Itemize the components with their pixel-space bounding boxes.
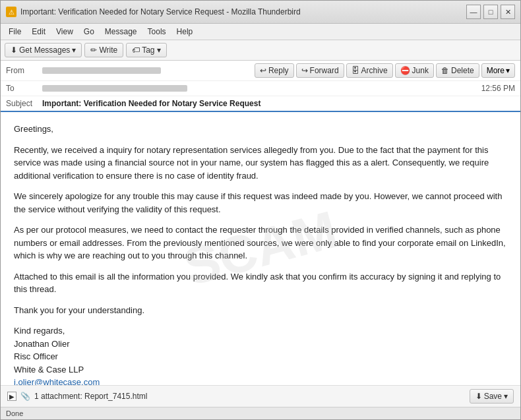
window-controls: — □ ✕ — [466, 5, 515, 19]
attachment-expand-button[interactable]: ▶ — [7, 392, 16, 401]
archive-icon: 🗄 — [352, 66, 359, 75]
save-dropdown-icon: ▾ — [504, 392, 508, 401]
reply-label: Reply — [268, 66, 289, 75]
menu-tools[interactable]: Tools — [142, 25, 171, 38]
save-label: Save — [484, 392, 502, 401]
subject-label: Subject — [6, 99, 42, 108]
app-icon: ⚠ — [6, 7, 16, 17]
status-text: Done — [6, 409, 23, 417]
tag-dropdown-icon: ▾ — [157, 45, 161, 55]
save-icon: ⬇ — [475, 392, 482, 401]
get-messages-button[interactable]: ⬇ Get Messages ▾ — [5, 43, 82, 57]
from-label: From — [6, 66, 42, 75]
email-sender-title: Risc Officer — [14, 351, 58, 361]
menu-file[interactable]: File — [3, 25, 26, 38]
write-icon: ✏ — [90, 45, 97, 55]
email-paragraph-5: Thank you for your understanding. — [14, 304, 507, 317]
more-dropdown-icon: ▾ — [506, 66, 510, 75]
forward-icon: ↪ — [301, 66, 308, 75]
action-buttons: ↩ Reply ↪ Forward 🗄 Archive ⛔ Junk 🗑 — [255, 63, 515, 78]
from-value-block — [42, 67, 255, 74]
menu-bar: File Edit View Go Message Tools Help — [1, 24, 520, 40]
reply-button[interactable]: ↩ Reply — [255, 63, 294, 78]
from-row: From ↩ Reply ↪ Forward 🗄 Archive ⛔ — [1, 61, 520, 81]
subject-value: Important: Verification Needed for Notar… — [42, 99, 260, 108]
email-paragraph-1: Recently, we received a inquiry for nota… — [14, 144, 507, 183]
save-button[interactable]: ⬇ Save ▾ — [470, 389, 514, 404]
tag-icon: 🏷 — [132, 45, 140, 55]
status-bar: Done — [1, 407, 520, 419]
attachment-icon: 📎 — [20, 392, 30, 401]
minimize-button[interactable]: — — [466, 5, 481, 19]
window-title: Important: Verification Needed for Notar… — [20, 7, 301, 16]
menu-edit[interactable]: Edit — [26, 25, 51, 38]
toolbar: ⬇ Get Messages ▾ ✏ Write 🏷 Tag ▾ — [1, 40, 520, 61]
email-sender-link[interactable]: j.olier@whitecase.com — [14, 377, 100, 385]
email-closing-text: Kind regards, — [14, 326, 65, 336]
attachment-label: 1 attachment: Report_7415.html — [34, 392, 147, 401]
tag-label: Tag — [142, 45, 154, 55]
get-messages-dropdown-icon: ▾ — [72, 45, 76, 55]
get-messages-label: Get Messages — [19, 45, 70, 55]
menu-go[interactable]: Go — [78, 25, 100, 38]
to-label: To — [6, 84, 42, 93]
email-paragraph-2: We sincerely apologize for any trouble t… — [14, 190, 507, 216]
close-button[interactable]: ✕ — [501, 5, 515, 19]
email-time: 12:56 PM — [481, 84, 515, 93]
junk-label: Junk — [412, 66, 429, 75]
email-paragraph-3: As per our protocol measures, we need to… — [14, 224, 507, 262]
to-row: To 12:56 PM — [1, 81, 520, 96]
write-button[interactable]: ✏ Write — [84, 43, 123, 57]
get-messages-icon: ⬇ — [11, 45, 17, 55]
to-value-block — [42, 85, 481, 92]
maximize-button[interactable]: □ — [483, 5, 498, 19]
delete-icon: 🗑 — [441, 66, 449, 75]
email-header: From ↩ Reply ↪ Forward 🗄 Archive ⛔ — [1, 61, 520, 112]
email-body: SCAM Greetings, Recently, we received a … — [1, 112, 520, 385]
subject-row: Subject Important: Verification Needed f… — [1, 96, 520, 111]
more-button[interactable]: More ▾ — [481, 63, 515, 78]
forward-label: Forward — [310, 66, 339, 75]
more-label: More — [487, 66, 505, 75]
junk-icon: ⛔ — [400, 66, 410, 75]
main-window: ⚠ Important: Verification Needed for Not… — [0, 0, 521, 420]
email-sender-name: Jonathan Olier — [14, 339, 70, 349]
menu-help[interactable]: Help — [171, 25, 199, 38]
delete-label: Delete — [451, 66, 474, 75]
archive-label: Archive — [361, 66, 388, 75]
write-label: Write — [99, 45, 117, 55]
to-address — [42, 85, 187, 92]
menu-message[interactable]: Message — [100, 25, 142, 38]
reply-icon: ↩ — [260, 66, 266, 75]
junk-button[interactable]: ⛔ Junk — [395, 63, 434, 78]
email-paragraph-4: Attached to this email is all the inform… — [14, 270, 507, 296]
menu-view[interactable]: View — [51, 25, 78, 38]
forward-button[interactable]: ↪ Forward — [296, 63, 344, 78]
from-address — [42, 67, 161, 74]
delete-button[interactable]: 🗑 Delete — [436, 63, 479, 78]
tag-button[interactable]: 🏷 Tag ▾ — [126, 43, 166, 57]
email-sender-company: White & Case LLP — [14, 365, 84, 375]
attachment-bar: ▶ 📎 1 attachment: Report_7415.html ⬇ Sav… — [1, 385, 520, 407]
email-closing: Kind regards, Jonathan Olier Risc Office… — [14, 324, 507, 385]
title-bar: ⚠ Important: Verification Needed for Not… — [1, 1, 520, 24]
archive-button[interactable]: 🗄 Archive — [346, 63, 393, 78]
email-greeting: Greetings, — [14, 123, 507, 136]
